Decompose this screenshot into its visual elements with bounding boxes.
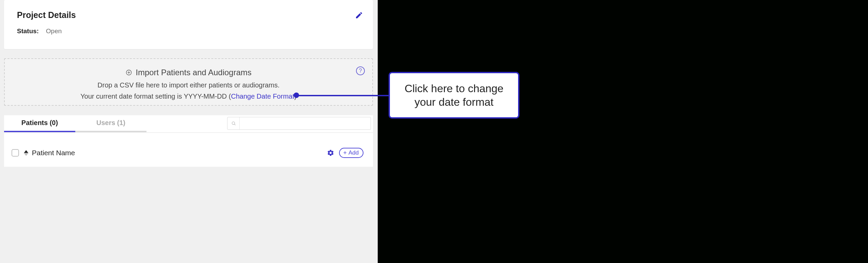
svg-marker-6: [24, 153, 28, 156]
table-settings-button[interactable]: [327, 149, 334, 157]
pencil-icon: [355, 11, 363, 21]
dateformat-prefix: Your current date format setting is YYYY…: [80, 93, 231, 100]
search-icon: [228, 117, 240, 129]
add-button-label: Add: [349, 149, 359, 156]
project-details-title: Project Details: [17, 10, 360, 20]
search-input[interactable]: [240, 117, 371, 129]
annotation-backdrop: [378, 0, 868, 263]
question-icon: ?: [359, 68, 362, 74]
callout-tooltip: Click here to change your date format: [389, 72, 519, 119]
dropzone-title-row: Import Patients and Audiograms: [5, 68, 372, 77]
table-header-row: Patient Name + Add: [12, 147, 366, 159]
svg-point-3: [232, 122, 235, 124]
status-value: Open: [46, 27, 62, 35]
plus-icon: +: [343, 150, 347, 156]
gear-icon: [327, 152, 334, 158]
change-date-format-link[interactable]: Change Date Format: [231, 93, 294, 100]
dropzone-subtext: Drop a CSV file here to import either pa…: [5, 81, 372, 89]
status-label: Status:: [17, 27, 39, 35]
table-header-actions: + Add: [327, 147, 363, 159]
select-all-checkbox[interactable]: [12, 149, 19, 157]
callout-text: Click here to change your date format: [398, 82, 510, 109]
import-dropzone[interactable]: Import Patients and Audiograms Drop a CS…: [4, 58, 373, 106]
dropzone-heading: Import Patients and Audiograms: [136, 68, 252, 77]
search-box: [227, 117, 371, 130]
sort-toggle[interactable]: [24, 150, 28, 156]
dropzone-help-button[interactable]: ?: [356, 66, 365, 75]
column-patient-name: Patient Name: [32, 149, 75, 157]
tab-users[interactable]: Users (1): [75, 119, 146, 132]
plus-circle-icon: [125, 69, 132, 76]
patients-table-area: Patient Name + Add: [4, 133, 373, 167]
dropzone-dateformat-line: Your current date format setting is YYYY…: [5, 93, 372, 100]
tab-patients[interactable]: Patients (0): [4, 119, 75, 132]
tabs: Patients (0) Users (1): [4, 115, 146, 132]
app-pane: Project Details Status: Open Import Pati…: [0, 0, 378, 263]
svg-line-4: [234, 124, 235, 125]
edit-project-button[interactable]: [354, 11, 364, 21]
project-status-row: Status: Open: [17, 27, 360, 35]
add-patient-button[interactable]: + Add: [339, 148, 363, 158]
project-details-card: Project Details Status: Open: [4, 0, 373, 49]
dateformat-suffix: ): [294, 93, 297, 100]
